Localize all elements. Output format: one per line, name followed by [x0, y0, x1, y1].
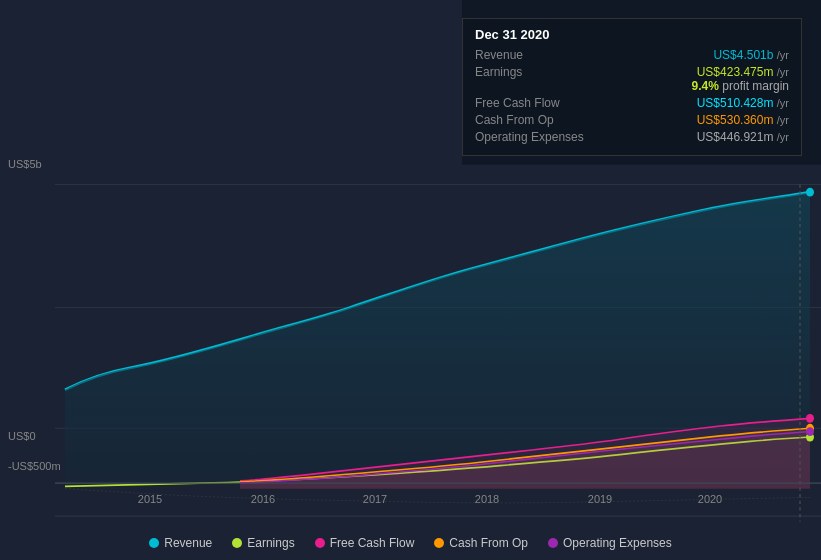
tooltip-label-opex: Operating Expenses [475, 130, 595, 144]
svg-point-7 [806, 188, 814, 197]
legend-dot-cashfromop [434, 538, 444, 548]
tooltip-value-opex: US$446.921m /yr [697, 130, 789, 144]
legend-dot-opex [548, 538, 558, 548]
tooltip-row-fcf: Free Cash Flow US$510.428m /yr [475, 96, 789, 110]
legend-item-earnings[interactable]: Earnings [232, 536, 294, 550]
legend-item-revenue[interactable]: Revenue [149, 536, 212, 550]
legend-dot-revenue [149, 538, 159, 548]
tooltip-label-fcf: Free Cash Flow [475, 96, 595, 110]
tooltip-box: Dec 31 2020 Revenue US$4.501b /yr Earnin… [462, 18, 802, 156]
tooltip-label-revenue: Revenue [475, 48, 595, 62]
tooltip-value-revenue: US$4.501b /yr [713, 48, 789, 62]
svg-point-8 [806, 414, 814, 423]
legend-label-cashfromop: Cash From Op [449, 536, 528, 550]
chart-container: Dec 31 2020 Revenue US$4.501b /yr Earnin… [0, 0, 821, 560]
legend-item-cashfromop[interactable]: Cash From Op [434, 536, 528, 550]
legend-label-earnings: Earnings [247, 536, 294, 550]
tooltip-value-fcf: US$510.428m /yr [697, 96, 789, 110]
tooltip-row-opex: Operating Expenses US$446.921m /yr [475, 130, 789, 144]
legend-dot-fcf [315, 538, 325, 548]
tooltip-label-cashfromop: Cash From Op [475, 113, 595, 127]
tooltip-row-earnings: Earnings US$423.475m /yr 9.4% profit mar… [475, 65, 789, 93]
legend-item-fcf[interactable]: Free Cash Flow [315, 536, 415, 550]
tooltip-label-earnings: Earnings [475, 65, 595, 79]
legend-dot-earnings [232, 538, 242, 548]
legend-label-fcf: Free Cash Flow [330, 536, 415, 550]
tooltip-value-cashfromop: US$530.360m /yr [697, 113, 789, 127]
tooltip-profit-margin: 9.4% profit margin [692, 79, 789, 93]
tooltip-value-earnings: US$423.475m /yr [692, 65, 789, 79]
svg-point-11 [806, 427, 814, 436]
legend-item-opex[interactable]: Operating Expenses [548, 536, 672, 550]
legend-label-revenue: Revenue [164, 536, 212, 550]
chart-legend: Revenue Earnings Free Cash Flow Cash Fro… [0, 536, 821, 550]
tooltip-date: Dec 31 2020 [475, 27, 789, 42]
tooltip-row-cashfromop: Cash From Op US$530.360m /yr [475, 113, 789, 127]
tooltip-row-revenue: Revenue US$4.501b /yr [475, 48, 789, 62]
legend-label-opex: Operating Expenses [563, 536, 672, 550]
